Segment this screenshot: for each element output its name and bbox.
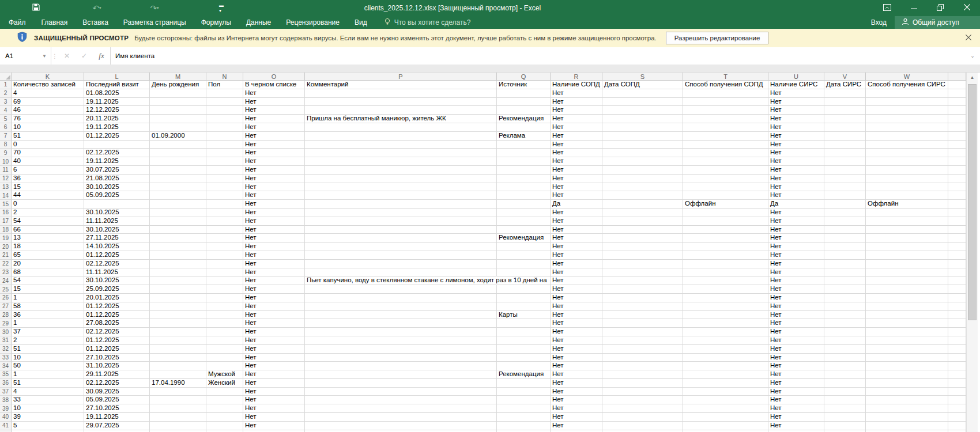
cell-W1[interactable]: Способ получения СИРС [866, 81, 948, 89]
cell-O23[interactable]: Нет [243, 268, 305, 277]
cell-T11[interactable] [683, 166, 768, 175]
cell-U38[interactable]: Нет [768, 396, 824, 404]
tab-view[interactable]: Вид [347, 16, 375, 29]
cell-N40[interactable] [206, 413, 243, 422]
cell-T27[interactable] [683, 302, 768, 311]
cell-T5[interactable] [683, 115, 768, 123]
cell-S20[interactable] [602, 242, 683, 251]
cell-V6[interactable] [824, 123, 866, 132]
minimize-button[interactable] [900, 0, 927, 16]
cell-Q10[interactable] [497, 157, 551, 166]
cell-N23[interactable] [206, 268, 243, 277]
cell-P34[interactable] [305, 362, 497, 370]
cell-Q32[interactable] [497, 345, 551, 354]
cell-Q7[interactable]: Реклама [497, 132, 551, 141]
cell-N4[interactable] [206, 106, 243, 115]
cell-P23[interactable] [305, 268, 497, 277]
cell-N11[interactable] [206, 166, 243, 175]
cell-R28[interactable]: Нет [551, 311, 602, 320]
cell-S26[interactable] [602, 294, 683, 302]
cell-R4[interactable]: Нет [551, 106, 602, 115]
cell-N35[interactable]: Мужской [206, 370, 243, 379]
name-box-dropdown-icon[interactable]: ▼ [42, 54, 47, 59]
cell-O2[interactable]: Нет [243, 89, 305, 98]
cell-V39[interactable] [824, 404, 866, 413]
cell-M33[interactable] [150, 354, 206, 362]
cell-W12[interactable] [866, 175, 948, 183]
cell-W26[interactable] [866, 294, 948, 302]
cell-O8[interactable]: Нет [243, 141, 305, 149]
cell-U11[interactable]: Нет [768, 166, 824, 175]
cell-O35[interactable]: Нет [243, 370, 305, 379]
cell-K28[interactable]: 36 [12, 311, 84, 320]
cell-N24[interactable] [206, 276, 243, 285]
cell-V30[interactable] [824, 328, 866, 336]
cell-L36[interactable]: 02.12.2025 [84, 379, 150, 388]
cell-partial[interactable] [948, 132, 966, 141]
cell-N27[interactable] [206, 302, 243, 311]
cell-N19[interactable] [206, 234, 243, 242]
cell-S1[interactable]: Дата СОПД [602, 81, 683, 89]
cell-L12[interactable]: 21.08.2025 [84, 175, 150, 183]
row-header-24[interactable]: 24 [0, 276, 12, 285]
cell-K38[interactable]: 33 [12, 396, 84, 404]
cell-K21[interactable]: 65 [12, 251, 84, 260]
row-header-15[interactable]: 15 [0, 200, 12, 209]
cell-M22[interactable] [150, 260, 206, 268]
cell-U25[interactable]: Нет [768, 285, 824, 294]
formula-bar-grip[interactable]: ⋮ [51, 47, 58, 65]
cell-K36[interactable]: 51 [12, 379, 84, 388]
cell-N18[interactable] [206, 226, 243, 234]
cell-U12[interactable]: Нет [768, 175, 824, 183]
cell-R5[interactable]: Нет [551, 115, 602, 123]
cell-N7[interactable] [206, 132, 243, 141]
cell-U28[interactable]: Нет [768, 311, 824, 320]
cell-partial[interactable] [948, 396, 966, 404]
cell-P7[interactable] [305, 132, 497, 141]
cell-Q3[interactable] [497, 98, 551, 107]
cell-R40[interactable]: Нет [551, 413, 602, 422]
cell-Q25[interactable] [497, 285, 551, 294]
cell-O28[interactable]: Нет [243, 311, 305, 320]
cell-U26[interactable]: Нет [768, 294, 824, 302]
cell-L30[interactable]: 02.12.2025 [84, 328, 150, 336]
cell-S40[interactable] [602, 413, 683, 422]
cell-P14[interactable] [305, 191, 497, 200]
cell-S23[interactable] [602, 268, 683, 277]
cell-R22[interactable]: Нет [551, 260, 602, 268]
cell-K23[interactable]: 68 [12, 268, 84, 277]
cell-S38[interactable] [602, 396, 683, 404]
cell-S3[interactable] [602, 98, 683, 107]
cell-W29[interactable] [866, 319, 948, 328]
cell-V15[interactable] [824, 200, 866, 209]
cell-V2[interactable] [824, 89, 866, 98]
cell-T39[interactable] [683, 404, 768, 413]
cell-R3[interactable]: Нет [551, 98, 602, 107]
row-header-2[interactable]: 2 [0, 89, 12, 98]
row-header-36[interactable]: 36 [0, 379, 12, 388]
cell-R11[interactable]: Нет [551, 166, 602, 175]
cell-L15[interactable] [84, 200, 150, 209]
formula-input[interactable]: Имя клиента [111, 47, 965, 65]
cell-M8[interactable] [150, 141, 206, 149]
cancel-button[interactable]: ✕ [58, 47, 76, 65]
cell-T8[interactable] [683, 141, 768, 149]
cell-N32[interactable] [206, 345, 243, 354]
cell-K17[interactable]: 54 [12, 217, 84, 226]
tab-insert[interactable]: Вставка [75, 16, 116, 29]
cell-L14[interactable]: 05.09.2025 [84, 191, 150, 200]
cell-Q14[interactable] [497, 191, 551, 200]
cell-K3[interactable]: 69 [12, 98, 84, 107]
cell-T26[interactable] [683, 294, 768, 302]
cell-O15[interactable]: Нет [243, 200, 305, 209]
cell-W34[interactable] [866, 362, 948, 370]
row-header-37[interactable]: 37 [0, 388, 12, 396]
cell-V1[interactable]: Дата СИРС [824, 81, 866, 89]
cell-M35[interactable] [150, 370, 206, 379]
cell-partial[interactable] [948, 149, 966, 157]
cell-M4[interactable] [150, 106, 206, 115]
cell-W30[interactable] [866, 328, 948, 336]
enable-editing-button[interactable]: Разрешить редактирование [666, 32, 769, 44]
cell-N16[interactable] [206, 209, 243, 217]
cell-W7[interactable] [866, 132, 948, 141]
